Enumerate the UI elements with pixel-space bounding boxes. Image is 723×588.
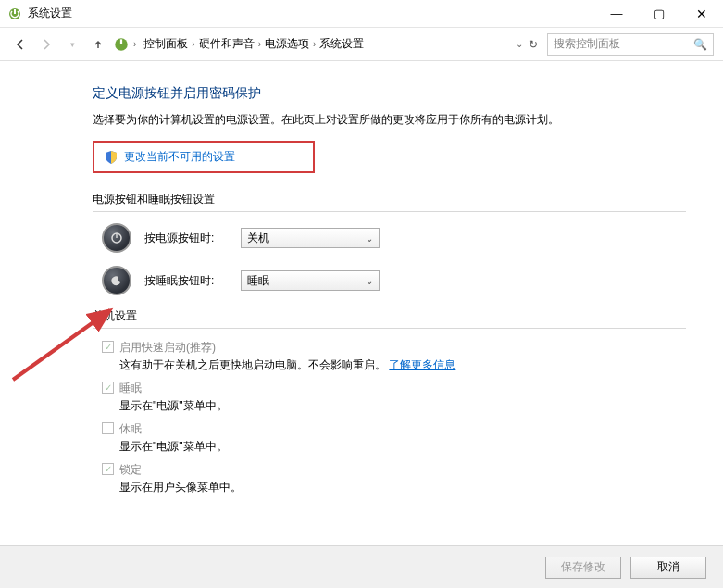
sleep-button-label: 按睡眠按钮时:: [144, 273, 228, 289]
search-placeholder: 搜索控制面板: [554, 36, 620, 52]
search-icon: 🔍: [693, 38, 707, 51]
sleep-icon: [102, 266, 131, 295]
svg-rect-3: [120, 39, 122, 44]
power-icon: [102, 223, 131, 253]
fast-startup-checkbox[interactable]: [102, 341, 114, 353]
fast-startup-desc: 这有助于在关机之后更快地启动电脑。不会影响重启。 了解更多信息: [119, 357, 686, 373]
minimize-button[interactable]: —: [595, 0, 638, 28]
chevron-right-icon: ›: [192, 39, 194, 49]
hibernate-label: 休眠: [119, 421, 142, 437]
nav-up-button[interactable]: [87, 33, 109, 56]
change-link-text: 更改当前不可用的设置: [124, 149, 235, 165]
page-title: 定义电源按钮并启用密码保护: [93, 85, 686, 102]
sleep-desc: 显示在"电源"菜单中。: [119, 398, 686, 414]
power-options-icon: [7, 6, 22, 21]
change-unavailable-settings-link[interactable]: 更改当前不可用的设置: [93, 141, 315, 173]
sleep-option-row: 睡眠: [102, 381, 686, 396]
sleep-button-select[interactable]: 睡眠 ⌄: [241, 270, 380, 291]
lock-label: 锁定: [119, 462, 142, 478]
refresh-icon[interactable]: ↻: [529, 38, 538, 51]
chevron-down-icon[interactable]: ⌄: [516, 39, 523, 49]
close-button[interactable]: ✕: [680, 0, 723, 28]
maximize-button[interactable]: ▢: [638, 0, 680, 28]
fast-startup-label: 启用快速启动(推荐): [119, 340, 216, 356]
shutdown-section-header: 关机设置: [93, 308, 686, 329]
crumb-control-panel[interactable]: 控制面板: [143, 36, 188, 52]
chevron-down-icon: ⌄: [366, 276, 373, 286]
svg-rect-5: [116, 233, 117, 238]
breadcrumb: 控制面板 › 硬件和声音 › 电源选项 › 系统设置: [143, 36, 512, 52]
cancel-button[interactable]: 取消: [630, 557, 706, 579]
power-button-select[interactable]: 关机 ⌄: [241, 228, 380, 248]
hibernate-checkbox[interactable]: [102, 422, 114, 434]
save-button[interactable]: 保存修改: [545, 557, 621, 579]
chevron-right-icon: ›: [313, 39, 316, 49]
power-button-label: 按电源按钮时:: [144, 231, 228, 246]
learn-more-link[interactable]: 了解更多信息: [389, 358, 455, 371]
crumb-system-settings[interactable]: 系统设置: [319, 36, 364, 52]
sleep-label: 睡眠: [119, 381, 142, 396]
fast-startup-row: 启用快速启动(推荐): [102, 340, 686, 356]
nav-back-button[interactable]: [9, 33, 31, 56]
power-button-row: 按电源按钮时: 关机 ⌄: [102, 223, 686, 253]
chevron-right-icon: ›: [258, 39, 261, 49]
chevron-down-icon: ⌄: [366, 233, 373, 244]
footer: 保存修改 取消: [0, 545, 723, 588]
page-subtitle: 选择要为你的计算机设置的电源设置。在此页上对设置所做的更改将应用于你所有的电源计…: [93, 111, 686, 128]
titlebar: 系统设置 — ▢ ✕: [0, 0, 723, 28]
svg-rect-1: [14, 9, 16, 14]
hibernate-option-row: 休眠: [102, 421, 686, 437]
breadcrumb-icon: [113, 36, 130, 53]
hibernate-desc: 显示在"电源"菜单中。: [119, 439, 686, 455]
nav-recent-button[interactable]: ▾: [61, 33, 83, 56]
lock-option-row: 锁定: [102, 462, 686, 478]
crumb-power-options[interactable]: 电源选项: [265, 36, 309, 52]
sleep-button-value: 睡眠: [247, 273, 269, 289]
chevron-right-icon: ›: [133, 39, 136, 49]
window-title: 系统设置: [28, 6, 595, 21]
search-input[interactable]: 搜索控制面板 🔍: [547, 33, 714, 56]
nav-forward-button[interactable]: [35, 33, 57, 56]
power-button-value: 关机: [247, 231, 269, 246]
sleep-checkbox[interactable]: [102, 382, 114, 394]
main-content: 定义电源按钮并启用密码保护 选择要为你的计算机设置的电源设置。在此页上对设置所做…: [0, 61, 723, 495]
crumb-hardware-sound[interactable]: 硬件和声音: [199, 36, 255, 52]
shield-icon: [104, 150, 118, 165]
sleep-button-row: 按睡眠按钮时: 睡眠 ⌄: [102, 266, 686, 295]
navbar: ▾ › 控制面板 › 硬件和声音 › 电源选项 › 系统设置 ⌄ ↻ 搜索控制面…: [0, 28, 723, 61]
lock-desc: 显示在用户头像菜单中。: [119, 480, 686, 495]
lock-checkbox[interactable]: [102, 463, 114, 475]
buttons-section-header: 电源按钮和睡眠按钮设置: [93, 192, 686, 212]
